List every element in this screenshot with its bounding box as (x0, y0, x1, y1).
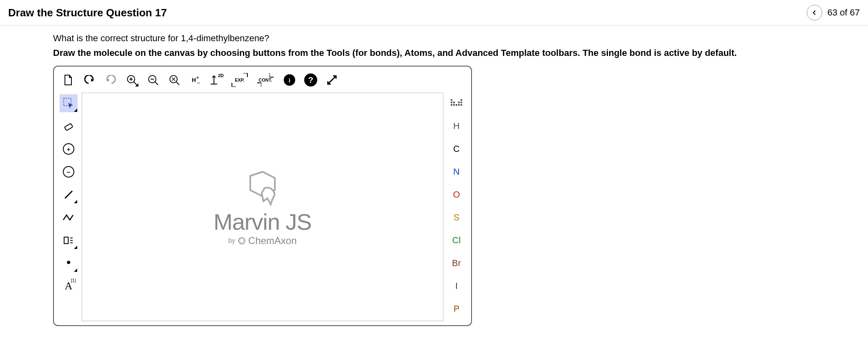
zoom-fit-button[interactable] (167, 73, 181, 87)
eraser-tool-button[interactable] (60, 117, 78, 135)
header-nav: 63 of 67 (807, 5, 860, 20)
chain-icon (62, 213, 75, 222)
atom-bromine-button[interactable]: Br (447, 254, 465, 272)
clean-2d-button[interactable]: 2D (210, 73, 224, 87)
atom-map-sup: [1] (71, 278, 76, 283)
svg-line-15 (65, 191, 72, 198)
help-icon: ? (304, 73, 317, 87)
undo-icon (84, 75, 95, 85)
atom-map-button[interactable]: A [1] (60, 277, 78, 295)
clean-2d-icon (210, 75, 218, 85)
atom-sulfur-button[interactable]: S (447, 209, 465, 226)
chain-tool-button[interactable] (60, 209, 78, 226)
zoom-in-button[interactable] (125, 73, 139, 87)
charge-minus-icon: − (63, 166, 74, 178)
redo-icon (105, 75, 116, 85)
atoms-toolbar: H C N O S Cl Br I P (446, 93, 467, 321)
svg-rect-27 (456, 104, 457, 106)
eraser-icon (63, 121, 74, 131)
page-title: Draw the Structure Question 17 (8, 7, 167, 19)
new-document-button[interactable] (61, 73, 75, 87)
corner-bl-in-icon (256, 82, 261, 87)
corner-tr-in-icon (269, 73, 274, 78)
atom-carbon-button[interactable]: C (447, 140, 465, 158)
zoom-fit-icon (169, 74, 180, 86)
svg-rect-24 (461, 102, 462, 103)
single-bond-icon (63, 189, 74, 200)
radical-tool-button[interactable] (60, 254, 78, 272)
top-toolbar: H + − 2D EXP. CONT. i ? (58, 71, 467, 93)
svg-rect-22 (453, 102, 455, 103)
charge-plus-button[interactable]: + (60, 140, 78, 158)
periodic-table-icon (450, 99, 463, 108)
info-button[interactable]: i (283, 73, 296, 87)
svg-line-5 (155, 82, 158, 85)
canvas-placeholder-icon (238, 168, 287, 209)
fullscreen-icon (327, 75, 337, 85)
selection-icon (62, 97, 75, 109)
svg-rect-25 (451, 104, 452, 106)
svg-rect-21 (451, 102, 452, 103)
document-icon (63, 74, 73, 86)
info-icon: i (284, 74, 295, 86)
zoom-out-icon (147, 74, 159, 86)
hydrogen-toggle-button[interactable]: H + − (189, 73, 203, 87)
content-area: What is the correct structure for 1,4-di… (0, 26, 868, 326)
contract-button[interactable]: CONT. (256, 73, 275, 87)
svg-rect-23 (458, 102, 460, 103)
svg-rect-26 (453, 104, 455, 106)
help-button[interactable]: ? (304, 73, 318, 87)
atom-phosphorus-button[interactable]: P (447, 300, 465, 318)
canvas-by-label: by (228, 237, 235, 244)
previous-question-button[interactable] (807, 5, 822, 20)
svg-rect-29 (461, 104, 462, 106)
svg-rect-14 (65, 123, 73, 131)
hydrogen-label: H (192, 77, 196, 83)
svg-rect-16 (64, 237, 68, 244)
template-icon (63, 235, 74, 245)
selection-tool-button[interactable] (60, 94, 78, 112)
twod-label: 2D (218, 73, 224, 78)
radical-icon (65, 259, 73, 267)
atom-chlorine-button[interactable]: Cl (447, 231, 465, 249)
corner-bl-icon (231, 82, 236, 87)
chevron-left-icon (812, 10, 817, 16)
svg-rect-20 (461, 99, 462, 101)
atom-iodine-button[interactable]: I (447, 277, 465, 295)
canvas-company-label: ChemAxon (248, 235, 297, 246)
svg-line-8 (176, 82, 179, 85)
periodic-table-button[interactable] (447, 94, 465, 112)
expand-button[interactable]: EXP. (231, 73, 248, 87)
chemaxon-logo-icon (238, 237, 246, 245)
drawing-canvas[interactable]: Marvin JS by ChemAxon (82, 93, 443, 321)
marvin-editor: H + − 2D EXP. CONT. i ? (53, 66, 472, 326)
charge-minus-button[interactable]: − (60, 163, 78, 181)
zoom-out-button[interactable] (146, 73, 160, 87)
svg-rect-19 (451, 99, 452, 101)
question-text: What is the correct structure for 1,4-di… (53, 33, 815, 44)
redo-button[interactable] (104, 73, 118, 87)
atom-oxygen-button[interactable]: O (447, 186, 465, 204)
svg-rect-28 (458, 104, 460, 106)
tools-toolbar: + − (58, 93, 79, 321)
canvas-sub: by ChemAxon (228, 235, 297, 246)
svg-point-17 (67, 261, 70, 264)
canvas-logo-text: Marvin JS (214, 209, 312, 235)
atom-hydrogen-button[interactable]: H (447, 117, 465, 135)
charge-plus-icon: + (63, 143, 74, 155)
question-position: 63 of 67 (827, 7, 860, 18)
exp-label: EXP. (235, 78, 245, 82)
atom-nitrogen-button[interactable]: N (447, 163, 465, 181)
editor-body: + − (58, 93, 467, 321)
corner-tr-icon (243, 73, 248, 78)
single-bond-button[interactable] (60, 186, 78, 204)
undo-button[interactable] (82, 73, 96, 87)
fullscreen-button[interactable] (325, 73, 339, 87)
template-tool-button[interactable] (60, 231, 78, 249)
instruction-text: Draw the molecule on the canvas by choos… (53, 48, 815, 58)
page-header: Draw the Structure Question 17 63 of 67 (0, 0, 868, 26)
